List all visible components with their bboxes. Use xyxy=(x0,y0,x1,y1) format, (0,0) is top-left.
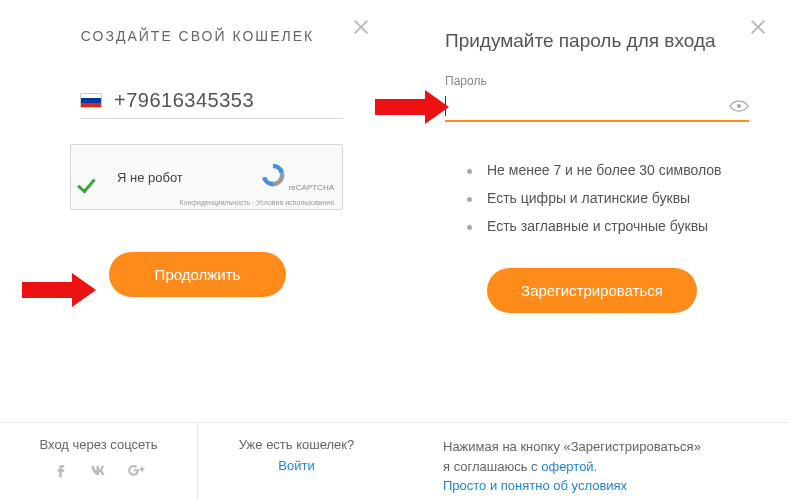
continue-button[interactable]: Продолжить xyxy=(109,252,287,297)
google-plus-icon[interactable] xyxy=(127,460,147,480)
eye-icon[interactable] xyxy=(729,99,749,113)
phone-row: +79616345353 xyxy=(80,89,343,119)
offer-link[interactable]: офертой xyxy=(541,459,593,474)
pane-title: Придумайте пароль для входа xyxy=(445,30,789,52)
have-wallet-block: Уже есть кошелек? Войти xyxy=(198,423,395,500)
conditions-link[interactable]: Просто и понятно об условиях xyxy=(443,478,627,493)
social-login-title: Вход через соцсеть xyxy=(40,437,158,452)
recaptcha-brand: reCAPTCHA xyxy=(260,162,334,193)
left-footer: Вход через соцсеть Уже есть кошелек? Вой… xyxy=(0,422,395,500)
close-icon[interactable] xyxy=(352,18,370,36)
checkmark-icon xyxy=(85,166,107,188)
facebook-icon[interactable] xyxy=(51,460,71,480)
terms-text-1: Нажимая на кнопку «Зарегистрироваться» xyxy=(443,439,701,454)
recaptcha-links: Конфиденциальность · Условия использован… xyxy=(179,199,334,206)
req-item: Есть цифры и латинские буквы xyxy=(467,190,749,206)
req-item: Есть заглавные и строчные буквы xyxy=(467,218,749,234)
svg-point-0 xyxy=(737,104,741,108)
recaptcha-icon xyxy=(260,162,286,188)
create-wallet-pane: СОЗДАЙТЕ СВОЙ КОШЕЛЕК +79616345353 Я не … xyxy=(0,0,395,500)
password-requirements: Не менее 7 и не более 30 символов Есть ц… xyxy=(467,162,749,234)
phone-number[interactable]: +79616345353 xyxy=(114,89,254,112)
password-label: Пароль xyxy=(445,74,789,88)
have-wallet-text: Уже есть кошелек? xyxy=(239,437,354,452)
vk-icon[interactable] xyxy=(89,460,109,480)
register-button[interactable]: Зарегистрироваться xyxy=(487,268,697,313)
req-item: Не менее 7 и не более 30 символов xyxy=(467,162,749,178)
close-icon[interactable] xyxy=(749,18,767,36)
password-field[interactable] xyxy=(445,92,749,122)
social-login-block: Вход через соцсеть xyxy=(0,423,198,500)
login-link[interactable]: Войти xyxy=(210,458,383,473)
recaptcha-label: Я не робот xyxy=(117,170,183,185)
red-arrow-icon xyxy=(22,273,102,307)
red-arrow-icon xyxy=(375,90,455,124)
recaptcha-box[interactable]: Я не робот reCAPTCHA Конфиденциальность … xyxy=(70,144,343,210)
pane-title: СОЗДАЙТЕ СВОЙ КОШЕЛЕК xyxy=(0,28,395,44)
password-input[interactable] xyxy=(445,97,729,115)
terms-text-2: я соглашаюсь с xyxy=(443,459,541,474)
flag-ru-icon[interactable] xyxy=(80,93,102,108)
right-footer: Нажимая на кнопку «Зарегистрироваться» я… xyxy=(395,422,789,500)
